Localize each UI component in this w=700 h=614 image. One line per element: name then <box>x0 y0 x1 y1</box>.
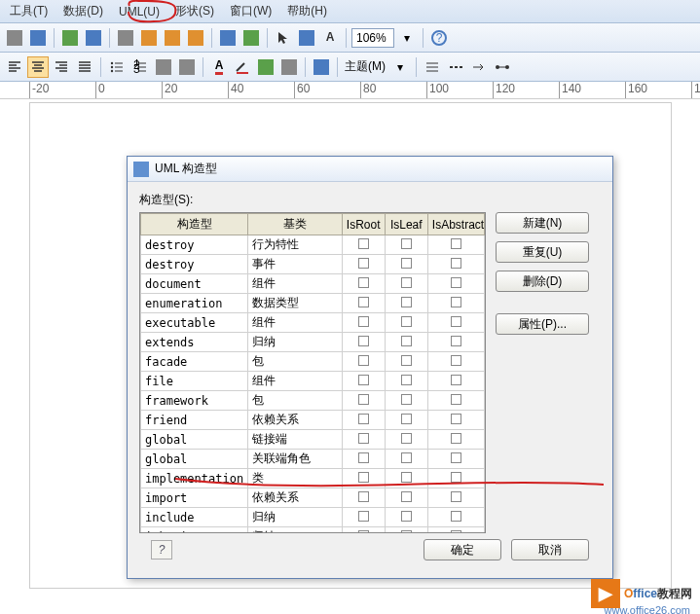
line-color-button[interactable] <box>232 56 253 78</box>
fill-color-button[interactable] <box>255 56 276 78</box>
svg-point-2 <box>111 69 113 71</box>
spellcheck-button[interactable] <box>59 27 81 49</box>
table-row[interactable]: facade包 <box>141 352 485 372</box>
stereotype-table[interactable]: 构造型 基类 IsRoot IsLeaf IsAbstract destroy行… <box>139 212 486 533</box>
svg-text:3: 3 <box>133 62 140 75</box>
table-row[interactable]: enumeration数据类型 <box>141 294 485 313</box>
insert-picture-button[interactable] <box>311 56 332 78</box>
undo-button[interactable] <box>217 27 239 49</box>
theme-dropdown[interactable]: ▾ <box>389 56 411 78</box>
shadow-button[interactable] <box>278 56 300 78</box>
horizontal-ruler: -20020406080100120140160170 <box>0 82 700 99</box>
new-button[interactable]: 新建(N) <box>496 212 589 234</box>
uml-stereotype-dialog: UML 构造型 构造型(S): 构造型 基类 IsRoot IsLeaf IsA… <box>127 156 613 579</box>
help-button[interactable]: ? <box>428 27 450 49</box>
preview-button[interactable] <box>27 27 49 49</box>
menu-shapes[interactable]: 形状(S) <box>169 1 220 21</box>
dialog-title: UML 构造型 <box>155 161 217 177</box>
paste-button[interactable] <box>162 27 183 49</box>
col-base[interactable]: 基类 <box>248 214 342 235</box>
cancel-button[interactable]: 取消 <box>511 539 589 560</box>
table-row[interactable]: destroy事件 <box>141 255 485 274</box>
menu-uml[interactable]: UML(U) <box>113 3 166 20</box>
table-row[interactable]: friend依赖关系 <box>141 411 485 430</box>
align-justify-button[interactable] <box>74 56 95 78</box>
table-row[interactable]: global链接端 <box>141 430 485 450</box>
table-row[interactable]: destroy行为特性 <box>141 235 485 255</box>
help-icon[interactable]: ? <box>151 540 172 560</box>
dialog-icon <box>133 162 149 177</box>
svg-point-7 <box>496 65 499 69</box>
table-row[interactable]: implementation ...类 <box>141 469 485 488</box>
menu-tools[interactable]: 工具(T) <box>4 1 54 21</box>
svg-point-0 <box>111 61 113 63</box>
redo-button[interactable] <box>240 27 262 49</box>
col-isroot[interactable]: IsRoot <box>342 214 385 235</box>
dialog-titlebar[interactable]: UML 构造型 <box>128 157 612 182</box>
align-center-button[interactable] <box>27 56 49 78</box>
cut-button[interactable] <box>115 27 136 49</box>
duplicate-button[interactable]: 重复(U) <box>496 241 589 263</box>
arrow-style-button[interactable] <box>468 56 490 78</box>
menu-data[interactable]: 数据(D) <box>57 1 109 21</box>
table-row[interactable]: global关联端角色 <box>141 450 485 469</box>
align-left-button[interactable] <box>4 56 25 78</box>
svg-point-8 <box>505 65 509 69</box>
theme-label[interactable]: 主题(M) <box>343 58 387 75</box>
col-stereotype[interactable]: 构造型 <box>141 214 248 235</box>
print-button[interactable] <box>4 27 25 49</box>
col-isabstract[interactable]: IsAbstract <box>427 214 484 235</box>
copy-button[interactable] <box>138 27 160 49</box>
svg-rect-6 <box>237 72 248 74</box>
table-row[interactable]: import依赖关系 <box>141 488 485 508</box>
toolbar-main: A 106% ▾ ? <box>0 23 700 53</box>
line-style-button[interactable] <box>422 56 443 78</box>
font-color-button[interactable]: A <box>208 56 230 78</box>
list-label: 构造型(S): <box>139 192 601 208</box>
table-row[interactable]: file组件 <box>141 372 485 391</box>
table-row[interactable]: document组件 <box>141 274 485 294</box>
align-right-button[interactable] <box>51 56 72 78</box>
ok-button[interactable]: 确定 <box>424 539 501 560</box>
dash-style-button[interactable] <box>445 56 466 78</box>
table-row[interactable]: extends归纳 <box>141 333 485 352</box>
menu-window[interactable]: 窗口(W) <box>224 1 277 21</box>
toolbar-format: 123 A 主题(M) ▾ <box>0 53 700 82</box>
table-row[interactable]: inherits归纳 <box>141 527 485 534</box>
table-row[interactable]: framework包 <box>141 391 485 411</box>
svg-point-1 <box>111 65 113 67</box>
connector-button[interactable] <box>296 27 317 49</box>
research-button[interactable] <box>83 27 104 49</box>
menu-help[interactable]: 帮助(H) <box>281 1 333 21</box>
zoom-dropdown[interactable]: ▾ <box>396 27 418 49</box>
numbering-button[interactable]: 123 <box>129 56 151 78</box>
delete-button[interactable]: 删除(D) <box>496 271 589 292</box>
table-row[interactable]: include归纳 <box>141 508 485 527</box>
zoom-input[interactable]: 106% <box>351 28 394 48</box>
col-isleaf[interactable]: IsLeaf <box>385 214 427 235</box>
menubar: 工具(T) 数据(D) UML(U) 形状(S) 窗口(W) 帮助(H) <box>0 0 700 23</box>
indent-inc-button[interactable] <box>176 56 198 78</box>
properties-button[interactable]: 属性(P)... <box>496 313 589 335</box>
table-row[interactable]: executable组件 <box>141 313 485 333</box>
line-ends-button[interactable] <box>492 56 513 78</box>
pointer-button[interactable] <box>273 27 294 49</box>
watermark-url: www.office26.com <box>605 604 690 614</box>
text-button[interactable]: A <box>319 27 341 49</box>
indent-dec-button[interactable] <box>153 56 174 78</box>
formatpainter-button[interactable] <box>185 27 206 49</box>
bullets-button[interactable] <box>106 56 128 78</box>
